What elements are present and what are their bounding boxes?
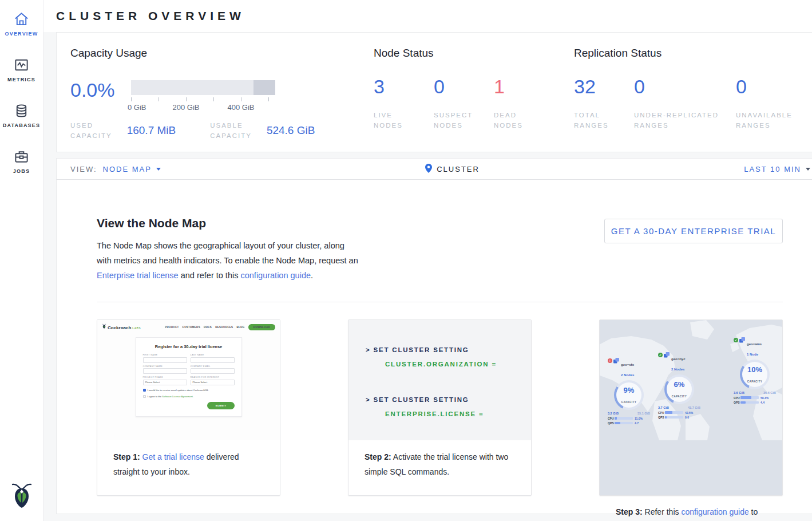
usable-capacity-value: 524.6 GiB	[267, 124, 315, 137]
sql-commands-preview: > SET CLUSTER SETTING CLUSTER.ORGANIZATI…	[348, 320, 531, 440]
locality-badge-sfo: ! geo=sfo 2 Nodes 9% CAPACITY	[608, 358, 650, 425]
chevron-down-icon	[806, 168, 810, 171]
capacity-usage-title: Capacity Usage	[70, 47, 374, 60]
view-bar: VIEW: NODE MAP CLUSTER LAST 10 MIN	[56, 158, 812, 180]
mini-submit-button: SUBMIT	[207, 402, 234, 409]
step1-caption: Step 1: Get a trial license delivered st…	[97, 440, 280, 479]
sidebar-item-label: DATABASES	[3, 123, 40, 128]
used-capacity-label: USEDCAPACITY	[70, 120, 112, 141]
mini-checkbox-checked	[143, 389, 146, 392]
page-header: CLUSTER OVERVIEW	[43, 0, 812, 32]
sidebar-item-label: METRICS	[7, 77, 35, 82]
dead-nodes-stat: 1 DEADNODES	[494, 76, 554, 131]
cluster-summary-panel: Capacity Usage 0.0% 0 GiB 200 Gi	[56, 32, 812, 152]
trial-license-site-preview: CockroachLABS PRODUCTCUSTOMERSDOCSRESOUR…	[97, 320, 280, 440]
get-trial-license-link[interactable]: Get a trial license	[142, 452, 204, 461]
database-icon	[14, 103, 29, 119]
capacity-bar: 0 GiB 200 GiB 400 GiB	[131, 79, 275, 112]
nodes-icon	[664, 352, 670, 358]
usable-capacity-label: USABLECAPACITY	[210, 120, 252, 141]
nodes-icon	[613, 358, 619, 364]
step3-caption: Step 3: Refer this configuration guide t…	[600, 495, 782, 521]
capacity-gauge: 10% CAPACITY	[740, 360, 770, 389]
step2-caption: Step 2: Activate the trial license with …	[348, 440, 531, 479]
tick-label-400: 400 GiB	[228, 103, 255, 112]
location-pin-icon	[425, 164, 432, 175]
sidebar: OVERVIEW METRICS DATABASES	[0, 0, 43, 521]
node-map-preview: ! geo=sfo 2 Nodes 9% CAPACITY	[600, 320, 782, 495]
node-status-title: Node Status	[374, 47, 574, 60]
total-ranges-value: 32	[574, 76, 634, 97]
suspect-nodes-stat: 0 SUSPECTNODES	[434, 76, 494, 131]
step3-card: ! geo=sfo 2 Nodes 9% CAPACITY	[599, 319, 783, 496]
app-root: OVERVIEW METRICS DATABASES	[0, 0, 812, 521]
view-dropdown[interactable]: NODE MAP	[103, 165, 161, 173]
capacity-bar-reserved-segment	[253, 80, 275, 95]
page-title: CLUSTER OVERVIEW	[56, 9, 245, 23]
capacity-gauge: 6% CAPACITY	[664, 374, 694, 404]
suspect-nodes-value: 0	[434, 76, 494, 97]
mini-checkbox-unchecked	[143, 395, 146, 398]
capacity-gauge: 9% CAPACITY	[614, 380, 644, 410]
node-map-description: The Node Map shows the geographical layo…	[97, 238, 361, 283]
replication-status-title: Replication Status	[574, 47, 810, 60]
chevron-down-icon	[156, 168, 161, 171]
capacity-percent: 0.0%	[70, 79, 131, 112]
tick-label-0: 0 GiB	[128, 103, 146, 112]
sidebar-item-label: OVERVIEW	[5, 31, 38, 37]
sidebar-item-jobs[interactable]: JOBS	[0, 145, 43, 191]
mini-download-button: DOWNLOAD	[248, 324, 275, 330]
locality-badge-nyc: ✓ geo=nyc 2 Nodes 6% CAPACITY	[658, 352, 700, 419]
configuration-guide-link[interactable]: configuration guide	[240, 271, 311, 280]
used-capacity-value: 160.7 MiB	[127, 124, 176, 137]
sidebar-item-metrics[interactable]: METRICS	[0, 54, 43, 100]
total-ranges-stat: 32 TOTALRANGES	[574, 76, 634, 131]
section-divider	[97, 302, 783, 302]
cockroachdb-logo	[9, 481, 34, 513]
under-replicated-ranges-value: 0	[634, 76, 736, 97]
capacity-usage-section: Capacity Usage 0.0% 0 GiB 200 Gi	[70, 47, 374, 152]
node-map-panel: View the Node Map The Node Map shows the…	[56, 180, 812, 514]
dead-nodes-value: 1	[494, 76, 554, 97]
trial-register-form: Register for a 30-day trial license FIRS…	[136, 337, 242, 417]
healthy-status-icon: ✓	[658, 353, 663, 357]
tick-label-200: 200 GiB	[173, 103, 200, 112]
replication-status-section: Replication Status 32 TOTALRANGES 0 UNDE…	[574, 47, 810, 152]
view-label: VIEW:	[70, 165, 97, 173]
metrics-icon	[14, 57, 29, 73]
live-nodes-stat: 3 LIVENODES	[374, 76, 434, 131]
cluster-breadcrumb: CLUSTER	[425, 164, 480, 175]
configuration-guide-link-step3[interactable]: configuration guide	[681, 507, 748, 516]
unavailable-ranges-stat: 0 UNAVAILABLERANGES	[736, 76, 810, 131]
step2-card: > SET CLUSTER SETTING CLUSTER.ORGANIZATI…	[348, 319, 532, 496]
cockroach-labs-mini-logo: CockroachLABS	[102, 323, 141, 330]
warning-status-icon: !	[608, 358, 612, 363]
main-area: CLUSTER OVERVIEW Capacity Usage 0.0%	[43, 0, 812, 521]
under-replicated-ranges-stat: 0 UNDER-REPLICATEDRANGES	[634, 76, 736, 131]
locality-badge-ams: ✓ geo=ams 1 Node 10% CAPACITY	[734, 337, 776, 404]
node-status-section: Node Status 3 LIVENODES 0 SUSPECTNODES 1…	[374, 47, 574, 152]
healthy-status-icon: ✓	[734, 338, 738, 342]
home-icon	[14, 11, 29, 27]
sidebar-item-databases[interactable]: DATABASES	[0, 100, 43, 145]
live-nodes-value: 3	[374, 76, 434, 97]
nodes-icon	[739, 337, 745, 343]
mini-site-nav: PRODUCTCUSTOMERSDOCSRESOURCESBLOG DOWNLO…	[161, 324, 275, 330]
capacity-axis-ticks	[131, 97, 275, 102]
enterprise-trial-license-link[interactable]: Enterprise trial license	[97, 271, 179, 280]
enterprise-trial-button[interactable]: GET A 30-DAY ENTERPRISE TRIAL	[604, 219, 783, 243]
unavailable-ranges-value: 0	[736, 76, 810, 97]
capacity-axis-labels: 0 GiB 200 GiB 400 GiB	[131, 103, 275, 112]
sidebar-item-label: JOBS	[13, 168, 30, 174]
step1-card: CockroachLABS PRODUCTCUSTOMERSDOCSRESOUR…	[97, 319, 280, 496]
briefcase-icon	[14, 149, 29, 164]
sidebar-item-overview[interactable]: OVERVIEW	[0, 8, 43, 54]
time-range-dropdown[interactable]: LAST 10 MIN	[744, 165, 810, 173]
capacity-bar-usable-segment	[131, 80, 253, 95]
node-map-heading: View the Node Map	[97, 216, 361, 230]
